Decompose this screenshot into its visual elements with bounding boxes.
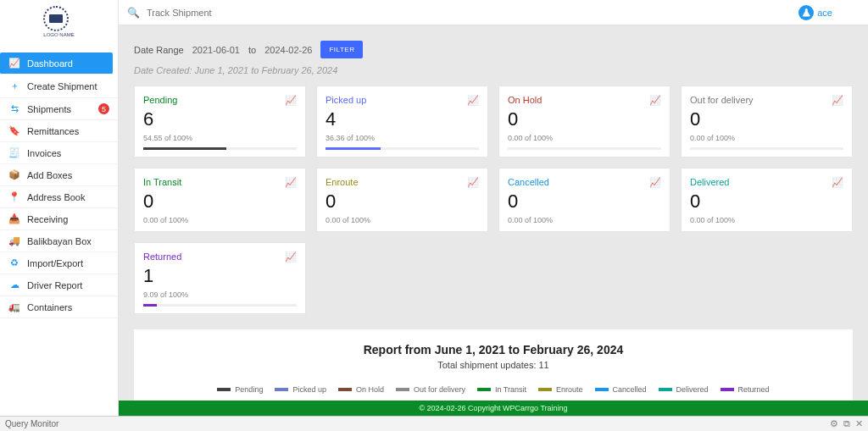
popout-icon[interactable]: ⧉: [843, 418, 850, 429]
legend-label: On Hold: [356, 385, 384, 394]
card-title: Cancelled: [508, 177, 661, 187]
report-legend: PendingPicked upOn HoldOut for deliveryI…: [142, 385, 844, 394]
legend-label: Picked up: [292, 385, 326, 394]
user-menu[interactable]: ace: [798, 5, 832, 20]
avatar-icon: [798, 5, 814, 20]
recycle-icon: ♻: [8, 257, 20, 268]
sidebar-item-balikbayan[interactable]: 🚚Balikbayan Box: [0, 230, 118, 252]
card-value: 0: [690, 110, 843, 129]
gear-icon[interactable]: ⚙: [830, 418, 838, 429]
main-content: Date Range 2021-06-01 to 2024-02-26 FILT…: [119, 25, 868, 414]
card-sub: 0.00 of 100%: [690, 134, 843, 142]
card-sub: 0.00 of 100%: [326, 216, 479, 224]
topbar: 🔍 ace: [0, 0, 868, 25]
sidebar-item-label: Invoices: [27, 148, 61, 158]
legend-item[interactable]: Pending: [217, 385, 263, 394]
card-bar: [143, 147, 297, 150]
legend-label: Enroute: [556, 385, 583, 394]
sidebar-item-add-boxes[interactable]: 📦Add Boxes: [0, 164, 118, 186]
status-cards-row1: Pending 📈 6 54.55 of 100% Picked up 📈 4 …: [134, 86, 853, 157]
sidebar-item-import-export[interactable]: ♻Import/Export: [0, 252, 118, 274]
legend-item[interactable]: Picked up: [275, 385, 326, 394]
sidebar-item-receiving[interactable]: 📥Receiving: [0, 208, 118, 230]
sidebar-item-label: Receiving: [27, 214, 68, 224]
legend-swatch: [275, 388, 288, 391]
box-icon: 📦: [8, 169, 20, 180]
legend-swatch: [721, 388, 734, 391]
legend-swatch: [595, 388, 609, 391]
card-bar: [326, 147, 479, 150]
close-icon[interactable]: ✕: [855, 418, 863, 429]
card-returned[interactable]: Returned 📈 1 9.09 of 100%: [134, 242, 306, 314]
trend-icon: 📈: [285, 95, 297, 106]
date-to[interactable]: 2024-02-26: [264, 45, 312, 55]
legend-label: In Transit: [495, 385, 526, 394]
sidebar-item-dashboard[interactable]: 📈Dashboard: [0, 52, 113, 75]
card-value: 0: [508, 110, 661, 129]
card-delivered[interactable]: Delivered 📈 0 0.00 of 100%: [681, 168, 853, 232]
trend-icon: 📈: [649, 95, 661, 106]
card-enroute[interactable]: Enroute 📈 0 0.00 of 100%: [316, 168, 488, 232]
card-title: Picked up: [326, 95, 479, 105]
report-title: Report from June 1, 2021 to February 26,…: [142, 343, 844, 356]
address-icon: 📍: [8, 191, 20, 202]
sidebar-item-driver-report[interactable]: ☁Driver Report: [0, 274, 118, 296]
user-name: ace: [817, 8, 832, 18]
sidebar-item-shipments[interactable]: ⇆Shipments5: [0, 98, 118, 120]
card-cancelled[interactable]: Cancelled 📈 0 0.00 of 100%: [498, 168, 670, 232]
card-pending[interactable]: Pending 📈 6 54.55 of 100%: [134, 86, 306, 157]
legend-swatch: [338, 388, 352, 391]
legend-swatch: [659, 388, 672, 391]
cloud-icon: ☁: [8, 279, 20, 290]
sidebar-item-invoices[interactable]: 🧾Invoices: [0, 142, 118, 164]
card-sub: 9.09 of 100%: [143, 290, 297, 299]
legend-item[interactable]: Returned: [721, 385, 770, 394]
card-title: Returned: [143, 251, 297, 262]
legend-item[interactable]: In Transit: [477, 385, 526, 394]
sidebar: LOGO NAME 📈Dashboard ＋Create Shipment ⇆S…: [0, 0, 119, 431]
share-icon: ⇆: [8, 103, 20, 114]
card-out-for-delivery[interactable]: Out for delivery 📈 0 0.00 of 100%: [681, 86, 853, 157]
legend-item[interactable]: Delivered: [659, 385, 709, 394]
search-icon[interactable]: 🔍: [127, 7, 140, 19]
card-value: 0: [326, 192, 479, 211]
trend-icon: 📈: [285, 251, 297, 262]
card-picked-up[interactable]: Picked up 📈 4 36.36 of 100%: [316, 86, 488, 157]
query-monitor-bar[interactable]: Query Monitor ⚙ ⧉ ✕: [0, 416, 868, 431]
sidebar-item-label: Containers: [27, 302, 72, 312]
card-in-transit[interactable]: In Transit 📈 0 0.00 of 100%: [134, 168, 306, 232]
filter-button[interactable]: FILTER: [320, 41, 363, 58]
legend-item[interactable]: On Hold: [338, 385, 384, 394]
date-from[interactable]: 2021-06-01: [192, 45, 240, 55]
card-value: 0: [143, 192, 297, 211]
sidebar-item-create-shipment[interactable]: ＋Create Shipment: [0, 75, 118, 98]
sidebar-item-remittances[interactable]: 🔖Remittances: [0, 120, 118, 142]
trend-icon: 📈: [467, 177, 479, 188]
sidebar-item-label: Shipments: [27, 104, 71, 114]
trend-icon: 📈: [832, 177, 843, 188]
sidebar-item-label: Import/Export: [27, 258, 83, 268]
logo-text: LOGO NAME: [43, 32, 74, 37]
sidebar-item-containers[interactable]: 🚛Containers: [0, 296, 118, 318]
to-label: to: [248, 45, 256, 55]
card-title: In Transit: [143, 177, 297, 187]
search-input[interactable]: [147, 8, 798, 18]
card-sub: 54.55 of 100%: [143, 134, 297, 142]
card-value: 0: [508, 192, 661, 211]
card-on-hold[interactable]: On Hold 📈 0 0.00 of 100%: [498, 86, 670, 157]
legend-item[interactable]: Cancelled: [595, 385, 647, 394]
card-sub: 0.00 of 100%: [143, 216, 297, 224]
legend-swatch: [477, 388, 491, 391]
doc-icon: 🧾: [8, 147, 20, 158]
legend-item[interactable]: Out for delivery: [396, 385, 465, 394]
sidebar-item-address-book[interactable]: 📍Address Book: [0, 186, 118, 208]
card-sub: 36.36 of 100%: [326, 134, 479, 142]
card-value: 6: [143, 110, 297, 129]
card-title: On Hold: [508, 95, 661, 105]
card-title: Out for delivery: [690, 95, 843, 105]
inbox-icon: 📥: [8, 213, 20, 224]
nav-menu: 📈Dashboard ＋Create Shipment ⇆Shipments5 …: [0, 52, 118, 318]
card-sub: 0.00 of 100%: [508, 134, 661, 142]
legend-item[interactable]: Enroute: [538, 385, 583, 394]
card-value: 4: [326, 110, 479, 129]
